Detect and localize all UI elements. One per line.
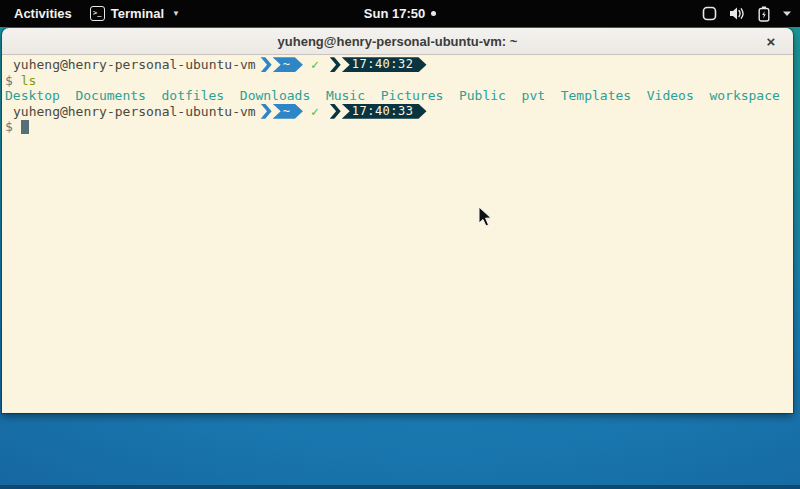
notification-dot-icon [431,11,436,16]
check-icon: ✓ [311,57,319,73]
powerline-arrow-icon [330,104,341,119]
prompt-line-1: yuheng@henry-personal-ubuntu-vm ~ ✓ 17:4… [5,57,793,73]
powerline-time-segment: 17:40:33 [330,104,427,119]
clock[interactable]: Sun 17:50 [364,6,425,21]
powerline-arrow-icon [261,57,272,72]
prompt-symbol: $ [5,73,13,89]
app-menu-label: Terminal [111,6,164,21]
time-text: 17:40:32 [352,57,414,73]
cwd-badge: ~ [273,57,303,72]
top-bar-left: Activities >_ Terminal ▼ [0,4,180,23]
time-badge: 17:40:32 [342,57,427,72]
command-line: $ ls [5,73,793,89]
gnome-top-bar: Activities >_ Terminal ▼ Sun 17:50 [0,0,800,27]
command-text: ls [21,73,37,89]
system-status-area[interactable] [702,0,792,27]
prompt-symbol: $ [5,119,13,135]
terminal-app-icon: >_ [90,6,105,21]
terminal-content[interactable]: yuheng@henry-personal-ubuntu-vm ~ ✓ 17:4… [2,55,793,413]
user-host-text: yuheng@henry-personal-ubuntu-vm [13,57,256,73]
user-host-text: yuheng@henry-personal-ubuntu-vm [13,104,256,120]
cwd-badge: ~ [273,104,303,119]
check-icon: ✓ [311,104,319,120]
powerline-arrow-icon [330,57,341,72]
app-menu-terminal[interactable]: >_ Terminal ▼ [90,6,180,21]
input-line[interactable]: $ [5,119,793,135]
cwd-text: ~ [283,57,290,73]
window-title: yuheng@henry-personal-ubuntu-vm: ~ [278,34,518,49]
powerline-cwd-segment: ~ [261,104,303,119]
ls-output: Desktop Documents dotfiles Downloads Mus… [5,88,780,104]
powerline-cwd-segment: ~ [261,57,303,72]
cwd-text: ~ [283,104,290,120]
terminal-cursor [21,120,29,134]
desktop-edge [0,485,800,489]
powerline-arrow-icon [261,104,272,119]
time-badge: 17:40:33 [342,104,427,119]
close-button[interactable]: × [759,28,783,55]
prompt-line-2: yuheng@henry-personal-ubuntu-vm ~ ✓ 17:4… [5,104,793,120]
window-titlebar[interactable]: yuheng@henry-personal-ubuntu-vm: ~ × [2,28,793,55]
terminal-window: yuheng@henry-personal-ubuntu-vm: ~ × yuh… [2,28,793,413]
screen: Activities >_ Terminal ▼ Sun 17:50 [0,0,800,489]
display-icon [702,6,717,21]
output-line: Desktop Documents dotfiles Downloads Mus… [5,88,793,104]
battery-charging-icon [758,6,770,22]
volume-icon [729,6,746,21]
chevron-down-icon[interactable] [782,10,792,17]
powerline-time-segment: 17:40:32 [330,57,427,72]
time-text: 17:40:33 [352,104,414,120]
chevron-down-icon: ▼ [172,9,180,18]
activities-button[interactable]: Activities [10,4,76,23]
